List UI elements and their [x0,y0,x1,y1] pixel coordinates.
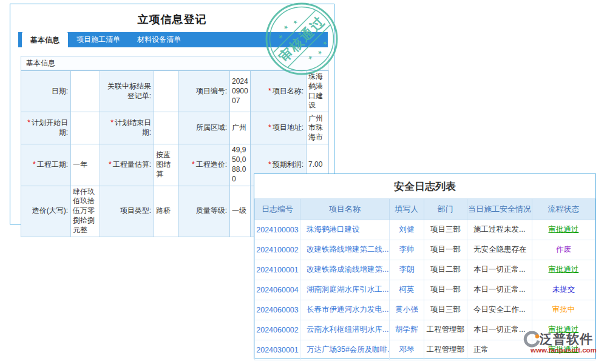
safety-situation-cell: 本日一切正常... [467,260,532,280]
field-value[interactable]: 肆仟玖佰玖拾伍万零捌拾捌元整 [71,186,100,237]
project-name-link-cell[interactable]: 湖南洞庭湖水库引水工... [300,280,390,300]
field-value[interactable]: 一年 [71,144,100,186]
field-value[interactable]: 2024090007 [230,71,251,112]
form-row: 日期:关联中标结果登记单:项目编号:2024090007*项目名称:珠海鹤港口建… [21,71,329,112]
project-name-link[interactable]: 珠海鹤港口建设 [307,225,360,234]
log-id-link-cell[interactable]: 2024100001 [255,260,300,280]
safety-situation-cell: 本日一切正常... [467,320,532,340]
table-row: 2024060004湖南洞庭湖水库引水工...柯英项目一部本日一切正常...未提… [255,280,595,300]
field-value[interactable] [154,71,178,112]
required-asterisk: * [33,160,36,169]
tab-1[interactable]: 项目施工清单 [68,32,129,47]
project-name-link-cell[interactable]: 珠海鹤港口建设 [300,220,390,240]
log-id-link[interactable]: 2024060004 [256,286,299,294]
required-asterisk: * [268,87,271,95]
field-value[interactable]: 广州 [230,112,251,144]
field-value[interactable]: 一级 [230,186,251,237]
writer-link[interactable]: 刘健 [399,225,415,234]
project-name-link-cell[interactable]: 云南水利枢纽潜明水库... [300,320,390,340]
department-cell: 项目三部 [424,300,467,320]
project-name-link[interactable]: 万达广场35#会所及咖啡... [307,345,390,354]
flow-status-cell[interactable]: 审批中 [532,300,595,320]
log-id-link[interactable]: 2024100002 [256,246,299,254]
log-id-link[interactable]: 2024060002 [256,326,299,334]
safety-situation-cell: 正常 [467,340,532,360]
writer-link-cell[interactable]: 胡学辉 [390,320,424,340]
log-id-link[interactable]: 2024100001 [256,266,299,274]
project-name-link-cell[interactable]: 改建铁路线增建第二线... [300,240,390,260]
tab-bar: 基本信息项目施工清单材料设备清单 [18,32,328,47]
required-asterisk: * [110,118,114,127]
writer-link[interactable]: 李帅 [399,245,415,254]
safety-log-title: 安全日志列表 [254,174,595,199]
field-label: 所属区域: [178,112,230,144]
writer-link-cell[interactable]: 刘健 [390,220,424,240]
field-value[interactable] [71,71,100,112]
section-header: 基本信息 [21,56,328,70]
safety-situation-cell: 无安全隐患存在 [467,240,532,260]
log-id-link-cell[interactable]: 2024030001 [255,340,300,360]
project-name-link-cell[interactable]: 长春市伊通河水力发电... [300,300,390,320]
required-asterisk: * [268,123,271,132]
flow-status-cell[interactable]: 审批通过 [532,220,595,240]
field-value[interactable] [154,112,178,144]
writer-link[interactable]: 柯英 [399,285,415,294]
vendor-url: www.fanpusoft.com [531,346,597,354]
writer-link-cell[interactable]: 李朗 [390,260,424,280]
table-row: 2024100002改建铁路线增建第二线...李帅项目一部无安全隐患存在作废 [255,240,595,260]
flow-status-cell[interactable]: 作废 [532,240,595,260]
project-name-link-cell[interactable]: 改建铁路成渝线增建第... [300,260,390,280]
column-header: 填写人 [390,199,424,220]
writer-link[interactable]: 李朗 [399,265,415,274]
writer-link-cell[interactable]: 李帅 [390,240,424,260]
table-row: 2024100003珠海鹤港口建设刘健项目三部施工过程未发...审批通过 [255,220,595,240]
log-id-link[interactable]: 2024060003 [256,306,299,314]
column-header: 项目名称 [300,199,390,220]
tab-2[interactable]: 材料设备清单 [129,32,189,47]
required-asterisk: * [192,160,195,169]
department-cell: 项目一部 [424,240,467,260]
log-id-link[interactable]: 2024030001 [256,346,299,354]
form-row: *计划开始日期:*计划结束日期:所属区域:广州*项目地址:广州市珠海市 [21,112,329,144]
writer-link-cell[interactable]: 黄小强 [390,300,424,320]
log-id-link[interactable]: 2024100003 [256,226,299,234]
column-header: 当日施工安全情况 [467,199,532,220]
field-value[interactable]: 广州市珠海市 [307,112,329,144]
field-value[interactable]: 49,950,088.00 [230,144,251,186]
field-value[interactable]: 珠海鹤港口建设 [307,71,329,112]
field-label: 项目编号: [178,71,230,112]
log-id-link-cell[interactable]: 2024100003 [255,220,300,240]
project-name-link[interactable]: 长春市伊通河水力发电... [307,305,388,314]
writer-link[interactable]: 胡学辉 [395,325,418,334]
log-id-link-cell[interactable]: 2024060003 [255,300,300,320]
project-name-link[interactable]: 改建铁路线增建第二线... [307,245,388,254]
field-value[interactable]: 按蓝图结算 [154,144,178,186]
department-cell: 项目一部 [424,280,467,300]
writer-link-cell[interactable]: 邓琴 [390,340,424,360]
safety-situation-cell: 本日一切正常... [467,280,532,300]
log-id-link-cell[interactable]: 2024100002 [255,240,300,260]
field-label: *工程造价: [178,144,230,186]
field-label: *工程工期: [21,144,71,186]
table-header-row: 日志编号项目名称填写人部门当日施工安全情况流程状态 [255,199,595,220]
column-header: 部门 [424,199,467,220]
required-asterisk: * [27,118,30,127]
project-name-link[interactable]: 改建铁路成渝线增建第... [307,265,388,274]
flow-status-cell[interactable]: 未提交 [532,280,595,300]
project-name-link-cell[interactable]: 万达广场35#会所及咖啡... [300,340,390,360]
field-label: *工程量估算: [100,144,154,186]
project-name-link[interactable]: 云南水利枢纽潜明水库... [307,325,388,334]
writer-link[interactable]: 邓琴 [399,345,415,354]
field-value[interactable]: 路桥 [154,186,178,237]
log-id-link-cell[interactable]: 2024060002 [255,320,300,340]
field-value[interactable] [71,112,100,144]
log-id-link-cell[interactable]: 2024060004 [255,280,300,300]
writer-link[interactable]: 黄小强 [395,305,418,314]
tab-0[interactable]: 基本信息 [22,32,68,50]
department-cell: 工程管理部 [424,320,467,340]
writer-link-cell[interactable]: 柯英 [390,280,424,300]
field-label: 关联中标结果登记单: [100,71,154,112]
department-cell: 项目三部 [424,220,467,240]
project-name-link[interactable]: 湖南洞庭湖水库引水工... [307,285,388,294]
flow-status-cell[interactable]: 审批通过 [532,260,595,280]
